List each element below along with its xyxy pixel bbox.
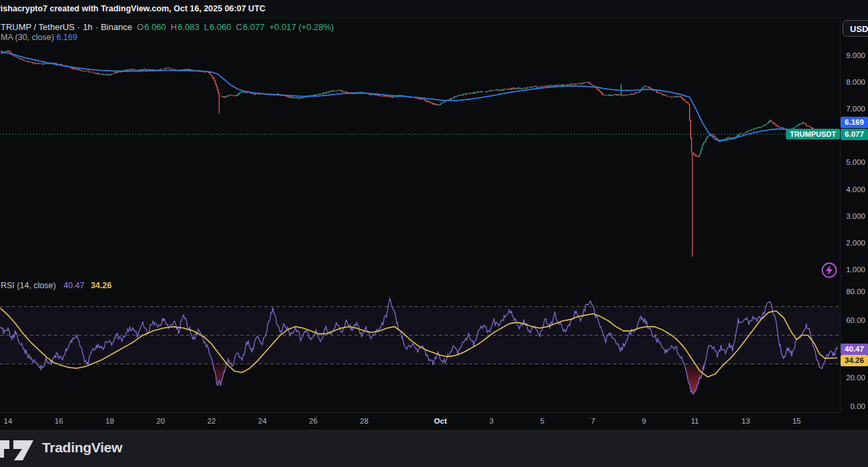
date-label-5: 5 [527, 417, 557, 425]
ohlc-letter-O: O [137, 22, 144, 32]
date-label-3: 3 [477, 417, 506, 425]
rsi-legend-value: 40.47 [63, 281, 84, 290]
lightning-icon[interactable] [823, 264, 837, 278]
date-label-Oct: Oct [426, 417, 455, 425]
currency-toggle-button[interactable]: USDT [843, 20, 868, 37]
price-tick-9.000: 9.000 [846, 51, 865, 59]
change-value: +0.017 (+0.28%) [269, 22, 334, 32]
ohlc-value-H: 6.083 [178, 22, 200, 32]
price-tick-4.000: 4.000 [846, 185, 865, 193]
rsi-ma-legend-value: 34.26 [91, 281, 112, 290]
price-pane[interactable] [0, 51, 840, 257]
price-tick-3.000: 3.000 [846, 212, 865, 220]
date-label-24: 24 [248, 417, 277, 425]
attribution-bar: rishacrypto7 created with TradingView.co… [0, 0, 868, 19]
ohlc-letter-L: L [204, 22, 209, 32]
chart-canvas[interactable] [0, 0, 868, 467]
rsi-ma-value-badge: 34.26 [841, 355, 868, 366]
time-scale-axis[interactable]: 1416182022242628Oct3579111315 [0, 412, 840, 431]
price-tick-1.000: 1.000 [846, 266, 865, 274]
ohlc-letter-H: H [171, 22, 177, 32]
date-label-7: 7 [578, 417, 608, 425]
price-tick-8.000: 8.000 [846, 78, 865, 86]
rsi-legend-label: RSI (14, close) [1, 281, 56, 290]
ma-legend-row[interactable]: MA (30, close) 6.169 [1, 33, 77, 42]
last-price-badge: 6.077 [841, 129, 868, 140]
price-tick-2.000: 2.000 [846, 239, 865, 247]
ohlc-letter-C: C [236, 22, 242, 32]
symbol-legend-row[interactable]: TRUMP / TetherUS·1h·BinanceO6.060H6.083L… [1, 22, 334, 32]
legend-separator: · [95, 22, 98, 32]
symbol-price-tag: TRUMPUSDT [786, 129, 840, 139]
tradingview-chart-window: rishacrypto7 created with TradingView.co… [0, 0, 868, 467]
rsi-tick-20.00: 20.00 [846, 374, 865, 382]
interval-label[interactable]: 1h [83, 22, 92, 32]
exchange-label: Binance [101, 22, 132, 32]
date-label-14: 14 [0, 417, 23, 425]
date-label-9: 9 [630, 417, 659, 425]
rsi-tick-60.00: 60.00 [846, 316, 865, 324]
rsi-tick-0.00: 0.00 [851, 402, 865, 410]
footer-bar: TradingView [0, 430, 868, 467]
date-label-28: 28 [349, 417, 379, 425]
attribution-text: rishacrypto7 created with TradingView.co… [0, 4, 266, 13]
ohlc-value-C: 6.077 [243, 22, 265, 32]
ma-price-badge: 6.169 [841, 117, 868, 128]
date-label-22: 22 [197, 417, 226, 425]
ohlc-value-O: 6.060 [144, 22, 166, 32]
rsi-value-badge: 40.47 [841, 344, 868, 355]
ma-legend-value: 6.169 [56, 33, 77, 42]
date-label-16: 16 [44, 417, 73, 425]
rsi-pane[interactable] [0, 298, 840, 394]
ohlc-value-L: 6.060 [210, 22, 232, 32]
rsi-legend-row[interactable]: RSI (14, close) 40.47 34.26 [1, 281, 112, 290]
price-tick-7.000: 7.000 [846, 105, 865, 113]
rsi-tick-80.00: 80.00 [846, 288, 865, 296]
date-label-11: 11 [680, 417, 710, 425]
date-label-13: 13 [731, 417, 761, 425]
symbol-title[interactable]: TRUMP / TetherUS [1, 22, 75, 32]
ohlc-values: O6.060H6.083L6.060C6.077+0.017 (+0.28%) [132, 22, 334, 32]
date-label-18: 18 [95, 417, 124, 425]
legend-separator: · [77, 22, 80, 32]
tradingview-logo-text[interactable]: TradingView [42, 440, 122, 456]
price-tick-5.000: 5.000 [846, 158, 865, 166]
tradingview-logo-icon[interactable] [0, 439, 39, 462]
date-label-15: 15 [782, 417, 811, 425]
ma-legend-label: MA (30, close) [1, 33, 54, 42]
date-label-26: 26 [298, 417, 328, 425]
date-label-20: 20 [146, 417, 176, 425]
ma30-line [1, 51, 838, 141]
